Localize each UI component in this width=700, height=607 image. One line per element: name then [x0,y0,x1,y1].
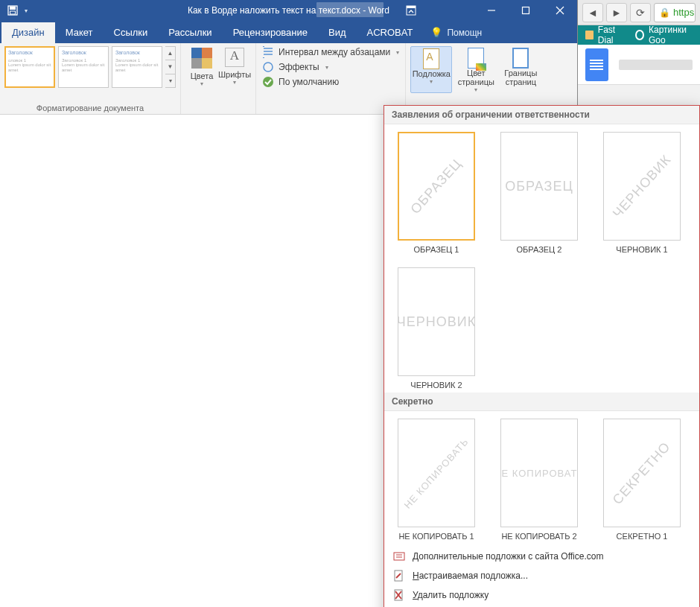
forward-button[interactable]: ► [606,3,627,22]
svg-rect-12 [202,58,212,69]
watermark-option[interactable]: ОБРАЗЕЦОБРАЗЕЦ 1 [392,132,481,254]
address-bar[interactable]: 🔒 https://d [654,3,696,22]
watermark-option[interactable]: ЧЕРНОВИКЧЕРНОВИК 1 [597,132,687,254]
group-label-document-formatting: Форматирование документа [0,104,180,114]
effects-button[interactable]: Эффекты▾ [262,61,399,73]
close-button[interactable] [543,0,577,21]
thumbs-section-1: ОБРАЗЕЦОБРАЗЕЦ 1ОБРАЗЕЦОБРАЗЕЦ 2ЧЕРНОВИК… [384,124,699,393]
colors-button[interactable]: Цвета▾ [185,46,218,87]
paragraph-spacing-button[interactable]: Интервал между абзацами▾ [262,46,399,58]
watermark-text: ОБРАЗЕЦ [408,156,465,217]
watermark-thumb: ОБРАЗЕЦ [398,132,475,241]
watermark-label: ОБРАЗЕЦ 2 [517,245,562,254]
theme-thumb-line: Заголовок 1 [62,58,105,63]
tell-me-label: Помощн [447,28,482,38]
chevron-down-icon: ▾ [411,78,451,85]
chevron-down-icon: ▾ [185,80,218,87]
tell-me-help[interactable]: 💡Помощн [430,27,482,43]
bookmark-google-images[interactable]: Картинки Goo [635,25,693,45]
menu-item[interactable]: Удалить подложку [384,585,699,605]
menu-item[interactable]: Настраиваемая подложка... [384,566,699,585]
menu-item-label: Дополнительные подложки с сайта Office.c… [413,551,603,562]
set-default-button[interactable]: По умолчанию [262,76,399,88]
theme-thumb[interactable]: Заголовок Заголовок 1 Lorem ipsum dolor … [58,46,109,88]
watermark-thumb: НЕ КОПИРОВАТЬ [500,419,578,527]
check-icon [262,76,274,88]
set-default-label: По умолчанию [279,77,339,87]
watermark-label: ОБРАЗЕЦ 1 [414,245,459,254]
theme-thumb-line: Заголовок 1 [115,58,159,63]
tab-acrobat[interactable]: ACROBAT [357,22,424,43]
tab-references[interactable]: Ссылки [104,22,159,43]
tab-layout[interactable]: Макет [55,22,104,43]
svg-point-13 [264,63,273,71]
page-color-label: Цвет страницы [458,69,494,86]
svg-rect-15 [394,553,404,560]
fonts-button[interactable]: A Шрифты▾ [218,46,251,86]
svg-rect-6 [523,7,529,14]
watermark-label: НЕ КОПИРОВАТЬ 1 [398,532,474,541]
tab-mailings[interactable]: Рассылки [158,22,222,43]
gallery-up-icon[interactable]: ▲ [165,47,175,60]
watermark-text: ЧЕРНОВИК [610,151,675,220]
google-icon [635,30,644,40]
tab-review[interactable]: Рецензирование [223,22,318,43]
bookmark-label: Картинки Goo [649,25,693,45]
docs-title-placeholder [619,60,693,70]
chevron-down-icon: ▾ [455,86,497,93]
theme-thumb-line: оловок 1 [8,58,51,63]
reload-button[interactable]: ⟳ [630,3,651,22]
save-icon[interactable] [4,2,21,19]
page-color-button[interactable]: Цвет страницы▾ [455,46,497,93]
watermark-popup-menu: Дополнительные подложки с сайта Office.c… [384,544,699,607]
themes-gallery: Заголовок оловок 1 Lorem ipsum dolor sit… [0,43,180,91]
section-disclaimers: Заявления об ограничении ответственности [384,106,699,124]
watermark-label: СЕКРЕТНО 1 [617,532,668,541]
tab-view[interactable]: Вид [318,22,357,43]
folder-icon [585,31,594,39]
watermark-option[interactable]: НЕ КОПИРОВАТЬНЕ КОПИРОВАТЬ 2 [494,419,584,541]
watermark-thumb: ОБРАЗЕЦ [500,132,578,241]
bookmarks-bar: Fast Dial Картинки Goo [578,25,700,45]
page-color-icon [468,48,484,69]
watermark-thumb: ЧЕРНОВИК [603,132,681,241]
ribbon-tabs: Дизайн Макет Ссылки Рассылки Рецензирова… [0,21,577,43]
svg-point-14 [263,77,273,87]
maximize-button[interactable] [509,0,543,21]
gallery-scroll: ▲ ▼ ▾ [165,46,176,88]
section-confidential: Секретно [384,393,699,411]
theme-thumb[interactable]: Заголовок оловок 1 Lorem ipsum dolor sit… [4,46,55,88]
gallery-more-icon[interactable]: ▾ [165,74,175,87]
bookmark-fast-dial[interactable]: Fast Dial [585,25,625,45]
svg-rect-11 [191,58,202,69]
theme-thumb[interactable]: Заголовок Заголовок 1 Lorem ipsum dolor … [112,46,162,88]
svg-rect-4 [407,6,416,8]
back-button[interactable]: ◄ [582,3,603,22]
quick-access-dropdown-icon[interactable]: ▾ [22,2,30,19]
ribbon-display-options-icon[interactable] [394,2,428,19]
watermark-label: Подложка [413,69,451,78]
menu-item[interactable]: Дополнительные подложки с сайта Office.c… [384,547,699,566]
remove-icon [393,589,405,601]
watermark-option[interactable]: НЕ КОПИРОВАТЬНЕ КОПИРОВАТЬ 1 [392,419,481,541]
watermark-option[interactable]: ЧЕРНОВИКЧЕРНОВИК 2 [392,267,481,390]
svg-rect-1 [10,7,16,10]
chevron-down-icon: ▾ [325,64,328,71]
watermark-option[interactable]: ОБРАЗЕЦОБРАЗЕЦ 2 [494,132,584,254]
page-borders-label: Границы страниц [504,69,537,86]
fonts-icon: A [225,48,244,67]
tab-design[interactable]: Дизайн [1,22,55,43]
minimize-button[interactable] [474,0,509,21]
office-icon [393,550,405,562]
watermark-option[interactable]: СЕКРЕТНОСЕКРЕТНО 1 [597,419,687,541]
watermark-button[interactable]: Подложка▾ [410,46,452,93]
svg-rect-9 [191,48,202,58]
account-name-chip[interactable] [316,2,384,17]
watermark-icon [423,48,439,69]
page-borders-button[interactable]: Границы страниц [500,46,541,93]
watermark-label: НЕ КОПИРОВАТЬ 2 [501,532,576,541]
google-docs-icon[interactable] [585,48,608,81]
chevron-down-icon: ▾ [218,79,251,86]
theme-thumb-title: Заголовок [115,50,159,56]
gallery-down-icon[interactable]: ▼ [165,60,175,74]
